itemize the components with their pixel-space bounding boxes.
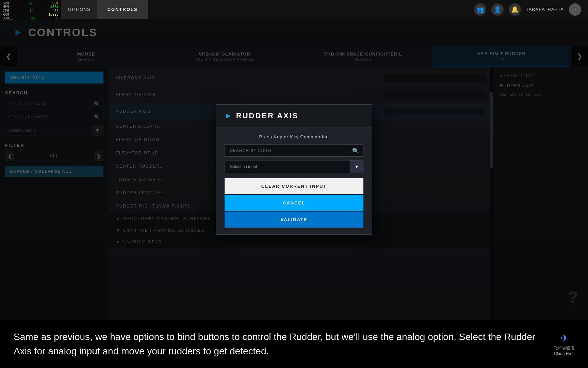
cpu-val2: 69	[54, 9, 59, 13]
modal-search-input[interactable]	[225, 145, 348, 156]
watermark: ✈ 飞行者联盟China Flier	[554, 333, 574, 356]
top-right-icons: 👥 👤 🔔 TARAPATRAPTA T	[474, 3, 588, 16]
modal-select-input-wrap: Select an input ▼	[225, 160, 363, 173]
fps-label: FPS	[52, 16, 59, 20]
friends-icon[interactable]: 👥	[474, 3, 486, 16]
subtitle-text: Same as previous, we have options to bin…	[14, 330, 544, 358]
d3011-val: 98	[31, 16, 35, 20]
notifications-icon[interactable]: 🔔	[509, 3, 521, 16]
watermark-text: 飞行者联盟China Flier	[554, 346, 574, 356]
top-bar: GPU 61 96% MEM 4864 CPU 24 69 RAM 10998 …	[0, 0, 588, 19]
perf-stats: GPU 61 96% MEM 4864 CPU 24 69 RAM 10998 …	[0, 0, 61, 19]
username-label: TARAPATRAPTA	[526, 7, 564, 12]
press-key-label: Press Key or Key Combination	[225, 134, 363, 139]
subtitle-bar: Same as previous, we have options to bin…	[0, 320, 588, 368]
d3011-label: D3011	[3, 16, 13, 20]
ram-val: 10998	[48, 13, 59, 16]
mem-val: 4864	[50, 5, 59, 9]
modal-actions: CLEAR CURRENT INPUT CANCEL VALIDATE	[225, 178, 363, 228]
ram-label: RAM	[3, 13, 9, 16]
modal-select-arrow[interactable]: ▼	[350, 160, 363, 173]
modal-title: RUDDER AXIS	[236, 111, 299, 120]
watermark-logo: ✈	[560, 333, 568, 344]
modal-body: Press Key or Key Combination 🔍 Select an…	[216, 127, 372, 234]
gpu-val1: 61	[29, 1, 33, 5]
gpu-label: GPU	[3, 1, 9, 5]
validate-button[interactable]: VALIDATE	[225, 212, 363, 228]
profile-icon[interactable]: 👤	[491, 3, 504, 16]
options-button[interactable]: OPTIONS	[61, 0, 97, 19]
cpu-val1: 24	[30, 9, 34, 13]
modal-select-input-label: Select an input	[225, 161, 350, 172]
modal-header: ► RUDDER AXIS	[216, 105, 372, 127]
mem-label: MEM	[3, 5, 9, 9]
controls-tab-button[interactable]: CONTROLS	[97, 0, 148, 19]
cpu-label: CPU	[3, 9, 9, 13]
modal-search-icon: 🔍	[348, 148, 363, 154]
cancel-button[interactable]: CANCEL	[225, 195, 363, 211]
avatar[interactable]: T	[569, 3, 581, 16]
clear-current-input-button[interactable]: CLEAR CURRENT INPUT	[225, 178, 363, 194]
modal-dialog: ► RUDDER AXIS Press Key or Key Combinati…	[216, 104, 372, 235]
modal-header-icon: ►	[225, 111, 232, 120]
main-area: ► CONTROLS ❮ MOUSE DEFAULT VKB-SIM GLADI…	[0, 19, 588, 320]
gpu-val2: 96%	[52, 1, 59, 5]
modal-overlay: ► RUDDER AXIS Press Key or Key Combinati…	[0, 19, 588, 320]
modal-search-wrap: 🔍	[225, 144, 363, 157]
